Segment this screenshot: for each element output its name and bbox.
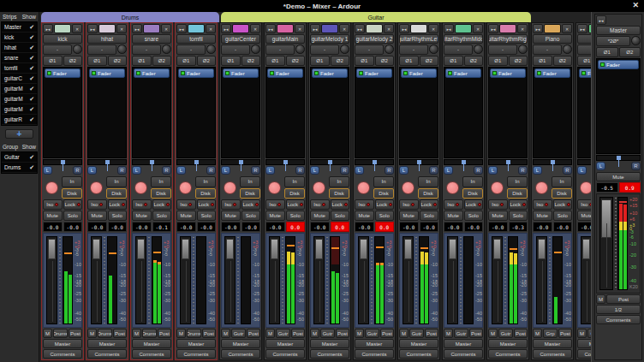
list-item[interactable]: Drums✔: [2, 163, 37, 173]
peak-display[interactable]: -0.0: [420, 222, 439, 232]
strip-name-button[interactable]: guitarCenter: [221, 34, 260, 44]
metering-point-button[interactable]: M: [399, 329, 408, 338]
comments-button[interactable]: Comments: [444, 349, 483, 359]
phase-1-button[interactable]: Ø1: [488, 56, 508, 66]
panner[interactable]: L R: [355, 159, 394, 175]
strip-width-toggle-button[interactable]: ▸◂: [265, 24, 276, 33]
strip-width-toggle-button[interactable]: ▸◂: [176, 24, 187, 33]
processor-led-icon[interactable]: [492, 71, 497, 75]
solo-lock-button[interactable]: Lock: [63, 199, 83, 210]
visible-checkbox[interactable]: ✔: [29, 154, 34, 161]
trim-knob[interactable]: [385, 45, 394, 54]
strip-hide-button[interactable]: ✕: [428, 24, 438, 33]
strip-name-button[interactable]: guitarRhythmRight: [488, 34, 528, 44]
phase-2-button[interactable]: Ø2: [108, 56, 128, 66]
processor-led-icon[interactable]: [600, 62, 605, 67]
strip-hide-button[interactable]: ✕: [206, 24, 216, 33]
output-button[interactable]: Master: [221, 339, 260, 348]
gain-display[interactable]: -0.0: [444, 222, 463, 232]
pan-left-button[interactable]: L: [488, 166, 498, 175]
strip-input-button[interactable]: -: [176, 45, 206, 55]
metering-point-button[interactable]: M: [87, 329, 97, 338]
gain-display[interactable]: -0.0: [533, 222, 552, 232]
trim-knob[interactable]: [73, 45, 82, 54]
processor-led-icon[interactable]: [537, 71, 541, 75]
solo-lock-button[interactable]: Lock: [331, 199, 350, 210]
close-icon[interactable]: ✕: [632, 1, 639, 9]
monitor-disk-button[interactable]: Disk: [195, 188, 216, 199]
processor-led-icon[interactable]: [47, 71, 51, 75]
strip-name-button[interactable]: hihat: [87, 34, 127, 44]
phase-1-button[interactable]: Ø1: [87, 56, 107, 66]
strip-width-toggle-button[interactable]: ▸◂: [444, 24, 454, 33]
mute-button[interactable]: Mute: [310, 211, 330, 221]
pan-right-button[interactable]: R: [162, 166, 171, 175]
monitor-input-button[interactable]: In: [151, 176, 171, 187]
strip-width-toggle-button[interactable]: ▸◂: [87, 24, 98, 33]
record-enable-button[interactable]: [224, 181, 236, 194]
output-button[interactable]: Master: [87, 339, 127, 348]
metering-point-button[interactable]: M: [488, 329, 498, 338]
strip-hide-button[interactable]: ✕: [295, 24, 305, 33]
group-button[interactable]: Gutr: [409, 329, 424, 338]
pan-position-marker[interactable]: [617, 156, 621, 160]
pan-left-button[interactable]: L: [533, 166, 542, 175]
peak-display[interactable]: -0.1: [152, 222, 172, 232]
solo-isolate-button[interactable]: Iso: [399, 199, 419, 210]
processor-box[interactable]: Fader: [355, 67, 394, 158]
solo-lock-button[interactable]: Lock: [197, 199, 217, 210]
trim-knob[interactable]: [429, 45, 438, 54]
solo-button[interactable]: Solo: [331, 211, 350, 221]
pan-left-button[interactable]: L: [43, 166, 52, 175]
solo-isolate-button[interactable]: Iso: [132, 199, 152, 210]
monitor-disk-button[interactable]: Disk: [507, 188, 528, 199]
pan-position-marker[interactable]: [373, 160, 377, 164]
pan-right-button[interactable]: R: [73, 166, 82, 175]
master-gain-fader[interactable]: [599, 197, 613, 290]
mute-button[interactable]: Mute: [176, 211, 196, 221]
pan-right-button[interactable]: R: [340, 166, 349, 175]
gain-fader[interactable]: [447, 236, 458, 324]
meter-post-button[interactable]: Post: [558, 329, 572, 338]
comments-button[interactable]: Comments: [265, 349, 305, 359]
strip-width-toggle-button[interactable]: ▸◂: [533, 24, 543, 33]
gain-fader[interactable]: [492, 236, 503, 324]
processor-led-icon[interactable]: [314, 71, 319, 75]
group-button[interactable]: Gutr: [276, 329, 290, 338]
strip-name-button[interactable]: guitarMelody 1: [310, 34, 349, 44]
solo-button[interactable]: Solo: [108, 211, 128, 221]
pan-right-button[interactable]: R: [206, 166, 216, 175]
gain-display[interactable]: -0.0: [399, 222, 419, 232]
monitor-input-button[interactable]: In: [62, 176, 82, 187]
strip-width-toggle-button[interactable]: ▸◂: [132, 24, 142, 33]
output-button[interactable]: Master: [310, 339, 349, 348]
phase-1-button[interactable]: Ø1: [132, 56, 152, 66]
strip-input-button[interactable]: -: [221, 45, 250, 55]
peak-display[interactable]: -0.0: [553, 222, 573, 232]
solo-button[interactable]: Solo: [242, 211, 261, 221]
strip-name-button[interactable]: guitarRhythmLeft: [399, 34, 438, 44]
solo-isolate-button[interactable]: Iso: [355, 199, 374, 210]
comments-button[interactable]: Comments: [488, 349, 528, 359]
processor-box[interactable]: Fader: [310, 67, 349, 158]
strip-width-toggle-button[interactable]: ▸◂: [577, 24, 587, 33]
solo-isolate-button[interactable]: Iso: [310, 199, 330, 210]
strip-color-bar[interactable]: [188, 24, 205, 33]
gain-fader[interactable]: [91, 236, 102, 324]
phase-1-button[interactable]: Ø1: [355, 56, 374, 66]
trim-knob[interactable]: [117, 45, 127, 54]
solo-button[interactable]: Solo: [197, 211, 217, 221]
solo-lock-button[interactable]: Lock: [242, 199, 261, 210]
strip-hide-button[interactable]: ✕: [72, 24, 82, 33]
strip-name-button[interactable]: kick: [43, 34, 82, 44]
pan-position-marker[interactable]: [551, 160, 555, 164]
record-enable-button[interactable]: [446, 181, 459, 194]
metering-point-button[interactable]: M: [43, 329, 52, 338]
mute-button[interactable]: Mute: [221, 211, 241, 221]
gain-display[interactable]: -0.0: [310, 222, 330, 232]
fader-processor[interactable]: Fader: [223, 68, 259, 78]
record-enable-button[interactable]: [491, 181, 504, 194]
group-button[interactable]: Drums: [53, 329, 68, 338]
strip-input-button[interactable]: -: [488, 45, 517, 55]
phase-2-button[interactable]: Ø2: [619, 47, 641, 57]
